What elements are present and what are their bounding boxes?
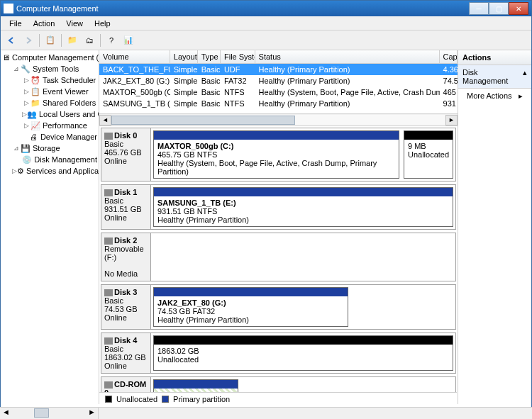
help-button[interactable]: ? — [104, 33, 119, 48]
disk-icon — [104, 337, 113, 345]
menu-view[interactable]: View — [60, 18, 89, 29]
partition[interactable]: JAK2_EXT_80 (G:)74.53 GB FAT32Healthy (P… — [153, 287, 348, 327]
actions-more[interactable]: More Actions▸ — [458, 89, 531, 104]
users-icon: 👥 — [27, 109, 37, 119]
export-button[interactable]: 🗂 — [82, 33, 97, 48]
tree-local-users[interactable]: ▷👥Local Users and Groups — [2, 108, 97, 120]
col-type[interactable]: Type — [198, 50, 221, 63]
tree-system-tools[interactable]: ⊿🔧System Tools — [2, 63, 97, 74]
tools-icon: 🔧 — [21, 64, 31, 74]
tree-device-manager[interactable]: 🖨Device Manager — [2, 131, 97, 143]
chevron-right-icon: ▸ — [519, 91, 523, 101]
tree-event-viewer[interactable]: ▷📋Event Viewer — [2, 86, 97, 97]
tree-storage[interactable]: ⊿💾Storage — [2, 143, 97, 154]
properties-button[interactable]: 📊 — [121, 33, 136, 48]
folder-icon: 📁 — [31, 98, 40, 108]
app-icon: 🖥 — [4, 4, 13, 13]
disk-row[interactable]: Disk 0Basic465.76 GBOnline MAXTOR_500gb … — [101, 128, 456, 181]
actions-pane: Actions Disk Management▴ More Actions▸ — [458, 50, 531, 404]
separator — [61, 34, 62, 47]
legend-swatch-unallocated — [105, 396, 112, 403]
col-volume[interactable]: Volume — [99, 50, 170, 63]
legend-swatch-primary — [162, 396, 169, 403]
tree-performance[interactable]: ▷📈Performance — [2, 120, 97, 131]
event-icon: 📋 — [31, 86, 40, 96]
perf-icon: 📈 — [31, 121, 40, 130]
window-title: Computer Management — [16, 4, 99, 13]
menu-help[interactable]: Help — [89, 18, 116, 29]
maximize-button[interactable]: ▢ — [489, 2, 509, 15]
toolbar: 📋 📁 🗂 ? 📊 — [1, 30, 531, 50]
disk-icon — [104, 189, 113, 196]
disk-row[interactable]: Disk 1Basic931.51 GBOnline SAMSUNG_1_TB … — [101, 184, 456, 230]
separator — [100, 34, 101, 47]
disk-icon — [104, 238, 113, 245]
storage-icon: 💾 — [21, 143, 31, 153]
col-filesystem[interactable]: File System — [221, 50, 255, 63]
close-button[interactable]: ✕ — [509, 2, 528, 15]
legend: Unallocated Primary partition — [99, 392, 457, 405]
collapse-icon: ▴ — [523, 68, 527, 85]
volume-row[interactable]: SAMSUNG_1_TB (E:)SimpleBasicNTFSHealthy … — [99, 98, 458, 109]
disk-row[interactable]: Disk 3Basic74.53 GBOnline JAK2_EXT_80 (G… — [101, 284, 456, 330]
disk-icon — [104, 289, 113, 296]
menu-file[interactable]: File — [4, 18, 28, 29]
volume-row[interactable]: BACK_TO_THE_FUT (D:)SimpleBasicUDFHealth… — [99, 64, 458, 75]
separator — [39, 34, 40, 47]
col-layout[interactable]: Layout — [170, 50, 198, 63]
volume-row[interactable]: MAXTOR_500gb (C:)SimpleBasicNTFSHealthy … — [99, 86, 458, 98]
refresh-button[interactable]: 📁 — [65, 33, 80, 48]
partition-unallocated[interactable]: 1863.02 GBUnallocated — [153, 335, 453, 371]
col-status[interactable]: Status — [255, 50, 440, 63]
device-icon: 🖨 — [30, 132, 38, 142]
col-capacity[interactable]: Cap — [440, 50, 458, 63]
minimize-button[interactable]: ─ — [469, 2, 489, 15]
navigation-tree[interactable]: 🖥Computer Management (Local ⊿🔧System Too… — [1, 50, 99, 404]
services-icon: ⚙ — [17, 166, 24, 176]
titlebar: 🖥 Computer Management ─ ▢ ✕ — [1, 1, 531, 16]
forward-button[interactable] — [21, 33, 36, 48]
tree-task-scheduler[interactable]: ▷⏰Task Scheduler — [2, 74, 97, 86]
disk-row[interactable]: Disk 2Removable (F:)No Media — [101, 233, 456, 281]
menubar: File Action View Help — [1, 16, 531, 30]
actions-header: Actions — [458, 50, 531, 65]
tree-services[interactable]: ▷⚙Services and Applications — [2, 165, 97, 177]
show-console-button[interactable]: 📋 — [43, 33, 58, 48]
tree-root[interactable]: 🖥Computer Management (Local — [2, 52, 97, 63]
volume-header[interactable]: Volume Layout Type File System Status Ca… — [99, 50, 458, 64]
volume-row[interactable]: JAK2_EXT_80 (G:)SimpleBasicFAT32Healthy … — [99, 75, 458, 86]
tree-shared-folders[interactable]: ▷📁Shared Folders — [2, 97, 97, 108]
back-button[interactable] — [4, 33, 19, 48]
status-bar: ◄► — [0, 407, 532, 419]
partition[interactable]: SAMSUNG_1_TB (E:)931.51 GB NTFSHealthy (… — [153, 187, 453, 227]
disk-graphical-view[interactable]: Disk 0Basic465.76 GBOnline MAXTOR_500gb … — [99, 126, 458, 404]
cdrom-icon — [104, 381, 113, 389]
clock-icon: ⏰ — [31, 75, 40, 85]
tree-disk-management[interactable]: 💿Disk Management — [2, 154, 97, 165]
volume-hscroll[interactable]: ◄► — [99, 113, 458, 125]
partition-unallocated[interactable]: 9 MBUnallocated — [404, 130, 453, 179]
disk-icon — [104, 133, 113, 140]
disk-row[interactable]: Disk 4Basic1863.02 GBOnline 1863.02 GBUn… — [101, 333, 456, 374]
actions-selection[interactable]: Disk Management▴ — [458, 65, 531, 89]
menu-action[interactable]: Action — [28, 18, 61, 29]
computer-icon: 🖥 — [2, 52, 10, 62]
partition[interactable]: MAXTOR_500gb (C:)465.75 GB NTFSHealthy (… — [153, 130, 399, 179]
disk-icon: 💿 — [22, 155, 32, 164]
volume-list[interactable]: Volume Layout Type File System Status Ca… — [99, 50, 458, 126]
